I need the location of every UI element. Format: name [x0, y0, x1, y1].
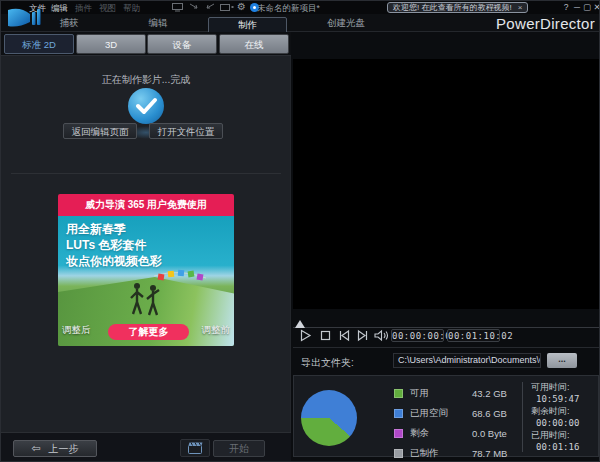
disk-usage-panel: 可用 43.2 GB 已用空间 68.6 GB 剩余 0.0 Byte 已制作 … [293, 375, 599, 457]
timecode-total: 00:01:10:02 [447, 329, 500, 342]
timecode-current: 00:00:00:00 [391, 329, 444, 342]
welcome-tooltip-text: 欢迎您! 在此查看所有的教程视频! [393, 2, 512, 13]
times-divider [522, 382, 523, 452]
produce-panel: 标准 2D 3D 设备 在线 正在制作影片...完成 返回编辑页面 打开文件位置… [1, 32, 291, 432]
import-arrow-icon[interactable] [189, 3, 199, 12]
tab-edit[interactable]: 编辑 [138, 17, 178, 30]
legend-value-used: 68.6 GB [472, 408, 507, 419]
tab-capture[interactable]: 捕获 [49, 17, 89, 30]
video-preview [293, 59, 599, 309]
promo-text-lines: 用全新春季 LUTs 色彩套件 妆点你的视频色彩 [66, 221, 162, 269]
browse-folder-button[interactable]: ... [547, 353, 577, 368]
legend-swatch-used [394, 409, 403, 418]
previous-frame-button[interactable] [338, 329, 353, 343]
preview-panel: 00:00:00:00 00:01:10:02 导出文件夹: C:\Users\… [291, 32, 600, 462]
previous-step-button[interactable]: ⇦ 上一步 [13, 440, 97, 457]
display-mode-icon[interactable] [220, 3, 235, 12]
export-folder-label: 导出文件夹: [301, 356, 354, 370]
legend-label-available: 可用 [410, 387, 472, 400]
produce-status-text: 正在制作影片...完成 [1, 73, 291, 87]
time-stats: 可用时间: 10:59:47 剩余时间: 00:00:00 已用时间: 00:0… [531, 381, 597, 453]
tooltip-close-icon[interactable]: × [518, 3, 523, 12]
disk-legend: 可用 43.2 GB 已用空间 68.6 GB 剩余 0.0 Byte 已制作 … [394, 387, 520, 460]
legend-swatch-remaining [394, 429, 403, 438]
before-adjust-label: 调整前 [202, 324, 231, 337]
remaining-time-value: 00:00:00 [531, 417, 597, 429]
subtab-device[interactable]: 设备 [147, 34, 217, 54]
promo-line-2: LUTs 色彩套件 [66, 237, 162, 253]
tab-create-disc[interactable]: 创建光盘 [319, 17, 373, 30]
legend-swatch-produced [394, 449, 403, 458]
after-adjust-label: 调整后 [62, 324, 91, 337]
window-close-button[interactable]: ✕ [592, 2, 600, 12]
available-time-value: 10:59:47 [531, 393, 597, 405]
legend-label-used: 已用空间 [410, 407, 472, 420]
legend-value-remaining: 0.0 Byte [472, 428, 507, 439]
capture-monitor-icon[interactable] [172, 3, 183, 12]
stop-button[interactable] [319, 329, 334, 343]
menubar: 文件 编辑 插件 视图 帮助 ⚙ 未命名的新项目* 欢迎您! 在此查看所有的教程… [1, 1, 600, 14]
subtab-standard-2d[interactable]: 标准 2D [4, 34, 74, 54]
export-folder-path[interactable]: C:\Users\Administrator\Documents\Cyberl [393, 353, 541, 368]
help-circle-dot [253, 6, 256, 9]
back-arrow-icon: ⇦ [31, 442, 40, 455]
subtab-3d[interactable]: 3D [76, 34, 146, 54]
legend-value-produced: 78.7 MB [472, 448, 507, 459]
promo-body: 用全新春季 LUTs 色彩套件 妆点你的视频色彩 调整后 了解更多 调整前 [58, 216, 234, 346]
powerdirector-window: 文件 编辑 插件 视图 帮助 ⚙ 未命名的新项目* 欢迎您! 在此查看所有的教程… [0, 0, 600, 462]
volume-button[interactable] [374, 329, 389, 343]
back-to-edit-button[interactable]: 返回编辑页面 [63, 123, 137, 139]
subtab-online[interactable]: 在线 [219, 34, 289, 54]
remaining-time-label: 剩余时间: [531, 405, 597, 417]
elapsed-time-value: 00:01:16 [531, 441, 597, 453]
legend-label-produced: 已制作 [410, 447, 472, 460]
legend-row-produced: 已制作 78.7 MB [394, 447, 520, 460]
legend-row-remaining: 剩余 0.0 Byte [394, 427, 520, 440]
settings-gear-icon[interactable]: ⚙ [237, 1, 246, 12]
hikers-silhouette-graphic [128, 282, 162, 316]
success-check-icon [128, 88, 164, 124]
start-button[interactable]: 开始 [213, 440, 265, 457]
legend-row-used: 已用空间 68.6 GB [394, 407, 520, 420]
window-minimize-button[interactable]: ─ [572, 2, 582, 12]
elapsed-time-label: 已用时间: [531, 429, 597, 441]
open-file-location-button[interactable]: 打开文件位置 [149, 123, 223, 139]
export-divider [293, 347, 599, 348]
legend-swatch-available [394, 389, 403, 398]
play-button[interactable] [299, 329, 314, 343]
bottom-action-bar: ⇦ 上一步 开始 [1, 432, 291, 462]
promo-line-1: 用全新春季 [66, 221, 162, 237]
welcome-tooltip: 欢迎您! 在此查看所有的教程视频! × [387, 2, 528, 13]
legend-value-available: 43.2 GB [472, 388, 507, 399]
produce-start-icon [180, 439, 210, 457]
learn-more-button[interactable]: 了解更多 [108, 324, 189, 340]
legend-label-remaining: 剩余 [410, 427, 472, 440]
brand-logo-text: PowerDirector [496, 15, 595, 32]
disk-pie-chart [301, 390, 357, 446]
export-arrow-icon[interactable] [205, 3, 215, 12]
promo-header: 威力导演 365 用户免费使用 [58, 194, 234, 216]
promo-banner[interactable]: 威力导演 365 用户免费使用 用全新 [58, 194, 234, 346]
left-panel-divider [11, 173, 281, 174]
promo-line-3: 妆点你的视频色彩 [66, 253, 162, 269]
previous-step-label: 上一步 [49, 442, 79, 456]
produce-subtabs: 标准 2D 3D 设备 在线 [1, 32, 291, 56]
mode-tab-bar: 捕获 编辑 制作 创建光盘 PowerDirector [1, 14, 600, 32]
seek-slider-track[interactable] [293, 327, 599, 328]
legend-row-available: 可用 43.2 GB [394, 387, 520, 400]
available-time-label: 可用时间: [531, 381, 597, 393]
next-frame-button[interactable] [356, 329, 371, 343]
window-help-button[interactable]: ? [561, 2, 571, 12]
powerdirector-logo-icon [6, 6, 44, 30]
seek-slider-thumb[interactable] [295, 320, 305, 328]
window-maximize-button[interactable]: ▢ [582, 2, 592, 12]
